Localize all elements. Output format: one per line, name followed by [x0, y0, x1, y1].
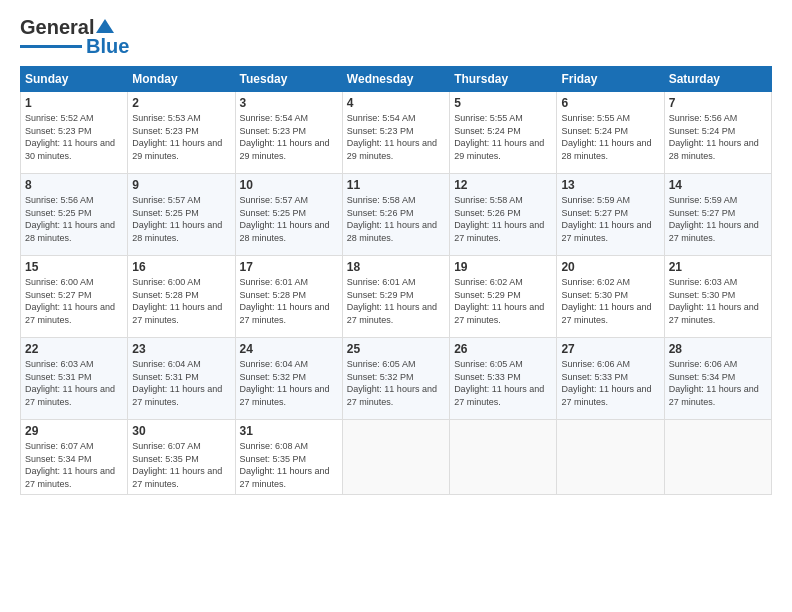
table-row — [664, 420, 771, 495]
day-number: 12 — [454, 178, 552, 192]
weekday-header-row: Sunday Monday Tuesday Wednesday Thursday… — [21, 67, 772, 92]
day-number: 30 — [132, 424, 230, 438]
day-info: Sunrise: 5:58 AMSunset: 5:26 PMDaylight:… — [454, 194, 552, 244]
table-row: 1Sunrise: 5:52 AMSunset: 5:23 PMDaylight… — [21, 92, 128, 174]
table-row: 16Sunrise: 6:00 AMSunset: 5:28 PMDayligh… — [128, 256, 235, 338]
table-row: 22Sunrise: 6:03 AMSunset: 5:31 PMDayligh… — [21, 338, 128, 420]
table-row: 13Sunrise: 5:59 AMSunset: 5:27 PMDayligh… — [557, 174, 664, 256]
day-number: 18 — [347, 260, 445, 274]
day-info: Sunrise: 5:55 AMSunset: 5:24 PMDaylight:… — [561, 112, 659, 162]
day-number: 6 — [561, 96, 659, 110]
day-info: Sunrise: 6:05 AMSunset: 5:33 PMDaylight:… — [454, 358, 552, 408]
table-row: 12Sunrise: 5:58 AMSunset: 5:26 PMDayligh… — [450, 174, 557, 256]
day-number: 3 — [240, 96, 338, 110]
day-number: 15 — [25, 260, 123, 274]
day-number: 27 — [561, 342, 659, 356]
day-info: Sunrise: 5:59 AMSunset: 5:27 PMDaylight:… — [561, 194, 659, 244]
day-info: Sunrise: 6:07 AMSunset: 5:35 PMDaylight:… — [132, 440, 230, 490]
table-row: 31Sunrise: 6:08 AMSunset: 5:35 PMDayligh… — [235, 420, 342, 495]
table-row: 21Sunrise: 6:03 AMSunset: 5:30 PMDayligh… — [664, 256, 771, 338]
table-row: 29Sunrise: 6:07 AMSunset: 5:34 PMDayligh… — [21, 420, 128, 495]
day-info: Sunrise: 6:01 AMSunset: 5:28 PMDaylight:… — [240, 276, 338, 326]
day-number: 23 — [132, 342, 230, 356]
day-info: Sunrise: 6:03 AMSunset: 5:30 PMDaylight:… — [669, 276, 767, 326]
day-info: Sunrise: 6:04 AMSunset: 5:31 PMDaylight:… — [132, 358, 230, 408]
table-row: 25Sunrise: 6:05 AMSunset: 5:32 PMDayligh… — [342, 338, 449, 420]
table-row — [450, 420, 557, 495]
day-number: 26 — [454, 342, 552, 356]
day-number: 19 — [454, 260, 552, 274]
table-row: 28Sunrise: 6:06 AMSunset: 5:34 PMDayligh… — [664, 338, 771, 420]
day-info: Sunrise: 6:05 AMSunset: 5:32 PMDaylight:… — [347, 358, 445, 408]
header-tuesday: Tuesday — [235, 67, 342, 92]
table-row: 23Sunrise: 6:04 AMSunset: 5:31 PMDayligh… — [128, 338, 235, 420]
calendar-table: Sunday Monday Tuesday Wednesday Thursday… — [20, 66, 772, 495]
day-number: 10 — [240, 178, 338, 192]
day-info: Sunrise: 5:54 AMSunset: 5:23 PMDaylight:… — [347, 112, 445, 162]
day-number: 17 — [240, 260, 338, 274]
header-sunday: Sunday — [21, 67, 128, 92]
day-info: Sunrise: 5:54 AMSunset: 5:23 PMDaylight:… — [240, 112, 338, 162]
day-number: 1 — [25, 96, 123, 110]
table-row: 18Sunrise: 6:01 AMSunset: 5:29 PMDayligh… — [342, 256, 449, 338]
day-number: 21 — [669, 260, 767, 274]
day-info: Sunrise: 6:04 AMSunset: 5:32 PMDaylight:… — [240, 358, 338, 408]
table-row: 26Sunrise: 6:05 AMSunset: 5:33 PMDayligh… — [450, 338, 557, 420]
day-number: 31 — [240, 424, 338, 438]
header-wednesday: Wednesday — [342, 67, 449, 92]
table-row: 17Sunrise: 6:01 AMSunset: 5:28 PMDayligh… — [235, 256, 342, 338]
day-info: Sunrise: 6:00 AMSunset: 5:28 PMDaylight:… — [132, 276, 230, 326]
day-number: 7 — [669, 96, 767, 110]
day-info: Sunrise: 5:56 AMSunset: 5:24 PMDaylight:… — [669, 112, 767, 162]
day-info: Sunrise: 6:02 AMSunset: 5:29 PMDaylight:… — [454, 276, 552, 326]
header-monday: Monday — [128, 67, 235, 92]
svg-marker-0 — [96, 19, 114, 33]
day-number: 8 — [25, 178, 123, 192]
logo-icon — [96, 17, 114, 35]
day-info: Sunrise: 6:03 AMSunset: 5:31 PMDaylight:… — [25, 358, 123, 408]
day-number: 4 — [347, 96, 445, 110]
table-row — [557, 420, 664, 495]
table-row: 27Sunrise: 6:06 AMSunset: 5:33 PMDayligh… — [557, 338, 664, 420]
day-number: 14 — [669, 178, 767, 192]
day-number: 20 — [561, 260, 659, 274]
day-number: 24 — [240, 342, 338, 356]
day-number: 16 — [132, 260, 230, 274]
day-number: 25 — [347, 342, 445, 356]
logo-underline — [20, 45, 82, 48]
table-row: 8Sunrise: 5:56 AMSunset: 5:25 PMDaylight… — [21, 174, 128, 256]
table-row: 19Sunrise: 6:02 AMSunset: 5:29 PMDayligh… — [450, 256, 557, 338]
day-info: Sunrise: 5:53 AMSunset: 5:23 PMDaylight:… — [132, 112, 230, 162]
day-number: 5 — [454, 96, 552, 110]
day-info: Sunrise: 6:02 AMSunset: 5:30 PMDaylight:… — [561, 276, 659, 326]
table-row: 11Sunrise: 5:58 AMSunset: 5:26 PMDayligh… — [342, 174, 449, 256]
day-info: Sunrise: 5:59 AMSunset: 5:27 PMDaylight:… — [669, 194, 767, 244]
day-info: Sunrise: 5:57 AMSunset: 5:25 PMDaylight:… — [240, 194, 338, 244]
table-row: 7Sunrise: 5:56 AMSunset: 5:24 PMDaylight… — [664, 92, 771, 174]
header-saturday: Saturday — [664, 67, 771, 92]
day-info: Sunrise: 6:08 AMSunset: 5:35 PMDaylight:… — [240, 440, 338, 490]
table-row: 15Sunrise: 6:00 AMSunset: 5:27 PMDayligh… — [21, 256, 128, 338]
day-info: Sunrise: 5:55 AMSunset: 5:24 PMDaylight:… — [454, 112, 552, 162]
day-number: 9 — [132, 178, 230, 192]
table-row: 24Sunrise: 6:04 AMSunset: 5:32 PMDayligh… — [235, 338, 342, 420]
day-info: Sunrise: 5:56 AMSunset: 5:25 PMDaylight:… — [25, 194, 123, 244]
header-thursday: Thursday — [450, 67, 557, 92]
table-row: 14Sunrise: 5:59 AMSunset: 5:27 PMDayligh… — [664, 174, 771, 256]
day-info: Sunrise: 6:06 AMSunset: 5:33 PMDaylight:… — [561, 358, 659, 408]
day-info: Sunrise: 6:00 AMSunset: 5:27 PMDaylight:… — [25, 276, 123, 326]
header: General Blue — [20, 16, 772, 58]
table-row: 30Sunrise: 6:07 AMSunset: 5:35 PMDayligh… — [128, 420, 235, 495]
table-row: 20Sunrise: 6:02 AMSunset: 5:30 PMDayligh… — [557, 256, 664, 338]
day-info: Sunrise: 6:06 AMSunset: 5:34 PMDaylight:… — [669, 358, 767, 408]
day-number: 2 — [132, 96, 230, 110]
day-number: 29 — [25, 424, 123, 438]
table-row: 5Sunrise: 5:55 AMSunset: 5:24 PMDaylight… — [450, 92, 557, 174]
calendar-page: General Blue Sunday Monday Tuesday Wedne… — [0, 0, 792, 612]
day-info: Sunrise: 6:01 AMSunset: 5:29 PMDaylight:… — [347, 276, 445, 326]
day-number: 28 — [669, 342, 767, 356]
header-friday: Friday — [557, 67, 664, 92]
logo-blue: Blue — [86, 35, 129, 58]
table-row: 2Sunrise: 5:53 AMSunset: 5:23 PMDaylight… — [128, 92, 235, 174]
day-info: Sunrise: 5:52 AMSunset: 5:23 PMDaylight:… — [25, 112, 123, 162]
